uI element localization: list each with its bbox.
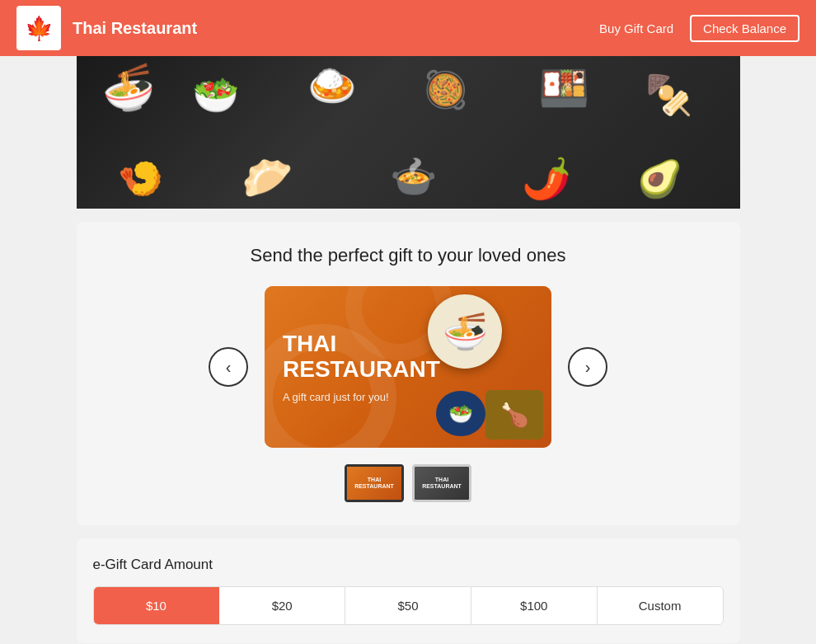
amount-10-button[interactable]: $10 bbox=[94, 587, 220, 624]
gift-section: Send the perfect gift to your loved ones… bbox=[77, 222, 740, 525]
logo-icon: 🍁 bbox=[25, 15, 54, 42]
thumbnail-2[interactable]: THAIRESTAURANT bbox=[412, 464, 471, 502]
header: 🍁 Thai Restaurant Buy Gift Card Check Ba… bbox=[0, 0, 816, 56]
thumb-card-2-bg: THAIRESTAURANT bbox=[415, 467, 469, 500]
thumb-card-1-bg: THAIRESTAURANT bbox=[347, 467, 401, 500]
food-decoration-10: 🌶️ bbox=[522, 156, 571, 202]
amount-options: $10 $20 $50 $100 Custom bbox=[93, 586, 724, 625]
amount-100-button[interactable]: $100 bbox=[471, 587, 598, 624]
main-content: Send the perfect gift to your loved ones… bbox=[77, 222, 740, 643]
gift-title: Send the perfect gift to your loved ones bbox=[93, 245, 724, 266]
food-decoration-2: 🥗 bbox=[192, 73, 239, 117]
logo-box: 🍁 bbox=[16, 6, 61, 50]
check-balance-button[interactable]: Check Balance bbox=[690, 15, 800, 42]
gift-card-line1: THAI bbox=[283, 331, 440, 357]
amount-50-button[interactable]: $50 bbox=[345, 587, 471, 624]
thumbnail-1[interactable]: THAIRESTAURANT bbox=[345, 464, 404, 502]
carousel-container: ‹ THAI RESTAURANT A gift card just for y… bbox=[93, 286, 724, 448]
buy-gift-card-link[interactable]: Buy Gift Card bbox=[599, 21, 673, 35]
gift-card: THAI RESTAURANT A gift card just for you… bbox=[265, 286, 551, 448]
thumbnails: THAIRESTAURANT THAIRESTAURANT bbox=[93, 464, 724, 502]
gift-card-tagline: A gift card just for you! bbox=[283, 390, 440, 402]
amount-20-button[interactable]: $20 bbox=[219, 587, 345, 624]
amount-section: e-Gift Card Amount $10 $20 $50 $100 Cust… bbox=[77, 538, 740, 643]
food-decoration-5: 🍱 bbox=[538, 64, 589, 112]
gift-card-salad: 🥗 bbox=[436, 391, 485, 436]
header-title: Thai Restaurant bbox=[73, 19, 599, 38]
gift-card-text: THAI RESTAURANT A gift card just for you… bbox=[283, 331, 440, 403]
food-decoration-4: 🥘 bbox=[423, 68, 468, 111]
gift-card-grill: 🍗 bbox=[485, 390, 543, 440]
food-decoration-7: 🍤 bbox=[118, 157, 163, 200]
food-decoration-3: 🍛 bbox=[307, 63, 357, 109]
amount-title: e-Gift Card Amount bbox=[93, 557, 724, 573]
food-decoration-11: 🥑 bbox=[637, 157, 682, 200]
food-decoration-1: 🍜 bbox=[97, 60, 159, 119]
food-decoration-8: 🥟 bbox=[242, 154, 293, 202]
hero-image: 🍜 🥗 🍛 🥘 🍱 🍢 🍤 🥟 🍲 🌶️ 🥑 bbox=[77, 56, 740, 209]
food-decoration-9: 🍲 bbox=[390, 154, 437, 199]
gift-card-line2: RESTAURANT bbox=[283, 357, 440, 383]
header-nav: Buy Gift Card Check Balance bbox=[599, 15, 800, 42]
carousel-prev-button[interactable]: ‹ bbox=[209, 347, 248, 387]
carousel-next-button[interactable]: › bbox=[568, 347, 607, 387]
amount-custom-button[interactable]: Custom bbox=[598, 587, 723, 624]
hero-food-bg: 🍜 🥗 🍛 🥘 🍱 🍢 🍤 🥟 🍲 🌶️ 🥑 bbox=[77, 56, 740, 209]
food-decoration-6: 🍢 bbox=[645, 73, 692, 117]
